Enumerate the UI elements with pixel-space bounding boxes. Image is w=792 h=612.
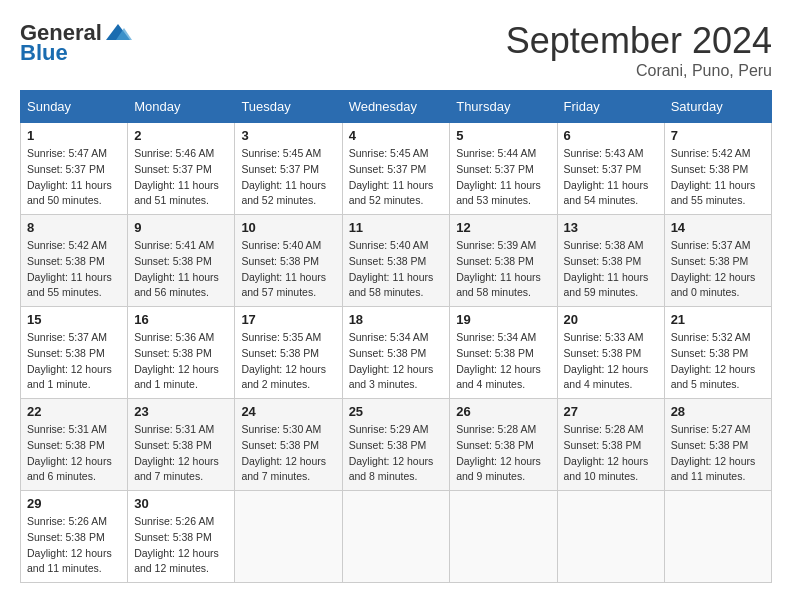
month-title: September 2024 xyxy=(506,20,772,62)
day-info: Sunrise: 5:31 AMSunset: 5:38 PMDaylight:… xyxy=(27,422,121,485)
day-info: Sunrise: 5:39 AMSunset: 5:38 PMDaylight:… xyxy=(456,238,550,301)
calendar-cell xyxy=(557,491,664,583)
calendar-cell: 12Sunrise: 5:39 AMSunset: 5:38 PMDayligh… xyxy=(450,215,557,307)
day-info: Sunrise: 5:45 AMSunset: 5:37 PMDaylight:… xyxy=(349,146,444,209)
day-info: Sunrise: 5:35 AMSunset: 5:38 PMDaylight:… xyxy=(241,330,335,393)
day-number: 23 xyxy=(134,404,228,419)
location-text: Corani, Puno, Peru xyxy=(506,62,772,80)
day-header-saturday: Saturday xyxy=(664,91,771,123)
day-info: Sunrise: 5:27 AMSunset: 5:38 PMDaylight:… xyxy=(671,422,765,485)
day-number: 28 xyxy=(671,404,765,419)
day-number: 29 xyxy=(27,496,121,511)
day-info: Sunrise: 5:37 AMSunset: 5:38 PMDaylight:… xyxy=(27,330,121,393)
day-info: Sunrise: 5:43 AMSunset: 5:37 PMDaylight:… xyxy=(564,146,658,209)
day-number: 13 xyxy=(564,220,658,235)
day-number: 21 xyxy=(671,312,765,327)
day-info: Sunrise: 5:26 AMSunset: 5:38 PMDaylight:… xyxy=(27,514,121,577)
day-number: 27 xyxy=(564,404,658,419)
day-info: Sunrise: 5:29 AMSunset: 5:38 PMDaylight:… xyxy=(349,422,444,485)
calendar-cell: 16Sunrise: 5:36 AMSunset: 5:38 PMDayligh… xyxy=(128,307,235,399)
calendar-cell: 25Sunrise: 5:29 AMSunset: 5:38 PMDayligh… xyxy=(342,399,450,491)
logo-blue-text: Blue xyxy=(20,40,68,66)
day-number: 20 xyxy=(564,312,658,327)
calendar-cell: 4Sunrise: 5:45 AMSunset: 5:37 PMDaylight… xyxy=(342,123,450,215)
calendar-cell: 11Sunrise: 5:40 AMSunset: 5:38 PMDayligh… xyxy=(342,215,450,307)
day-number: 15 xyxy=(27,312,121,327)
day-number: 8 xyxy=(27,220,121,235)
day-info: Sunrise: 5:34 AMSunset: 5:38 PMDaylight:… xyxy=(349,330,444,393)
page-header: General Blue September 2024 Corani, Puno… xyxy=(20,20,772,80)
title-block: September 2024 Corani, Puno, Peru xyxy=(506,20,772,80)
calendar-week-row: 15Sunrise: 5:37 AMSunset: 5:38 PMDayligh… xyxy=(21,307,772,399)
calendar-cell: 21Sunrise: 5:32 AMSunset: 5:38 PMDayligh… xyxy=(664,307,771,399)
day-number: 10 xyxy=(241,220,335,235)
day-header-tuesday: Tuesday xyxy=(235,91,342,123)
day-number: 4 xyxy=(349,128,444,143)
day-header-friday: Friday xyxy=(557,91,664,123)
calendar-cell: 6Sunrise: 5:43 AMSunset: 5:37 PMDaylight… xyxy=(557,123,664,215)
calendar-cell: 8Sunrise: 5:42 AMSunset: 5:38 PMDaylight… xyxy=(21,215,128,307)
calendar-cell: 14Sunrise: 5:37 AMSunset: 5:38 PMDayligh… xyxy=(664,215,771,307)
day-number: 1 xyxy=(27,128,121,143)
logo: General Blue xyxy=(20,20,132,66)
calendar-cell: 5Sunrise: 5:44 AMSunset: 5:37 PMDaylight… xyxy=(450,123,557,215)
day-info: Sunrise: 5:36 AMSunset: 5:38 PMDaylight:… xyxy=(134,330,228,393)
day-header-thursday: Thursday xyxy=(450,91,557,123)
day-number: 25 xyxy=(349,404,444,419)
day-header-sunday: Sunday xyxy=(21,91,128,123)
day-info: Sunrise: 5:46 AMSunset: 5:37 PMDaylight:… xyxy=(134,146,228,209)
calendar-cell: 19Sunrise: 5:34 AMSunset: 5:38 PMDayligh… xyxy=(450,307,557,399)
day-number: 19 xyxy=(456,312,550,327)
calendar-week-row: 1Sunrise: 5:47 AMSunset: 5:37 PMDaylight… xyxy=(21,123,772,215)
day-header-monday: Monday xyxy=(128,91,235,123)
calendar-cell: 18Sunrise: 5:34 AMSunset: 5:38 PMDayligh… xyxy=(342,307,450,399)
day-info: Sunrise: 5:38 AMSunset: 5:38 PMDaylight:… xyxy=(564,238,658,301)
day-number: 30 xyxy=(134,496,228,511)
day-number: 6 xyxy=(564,128,658,143)
day-info: Sunrise: 5:37 AMSunset: 5:38 PMDaylight:… xyxy=(671,238,765,301)
day-number: 11 xyxy=(349,220,444,235)
calendar-cell: 28Sunrise: 5:27 AMSunset: 5:38 PMDayligh… xyxy=(664,399,771,491)
calendar-cell: 20Sunrise: 5:33 AMSunset: 5:38 PMDayligh… xyxy=(557,307,664,399)
day-info: Sunrise: 5:31 AMSunset: 5:38 PMDaylight:… xyxy=(134,422,228,485)
day-info: Sunrise: 5:30 AMSunset: 5:38 PMDaylight:… xyxy=(241,422,335,485)
day-number: 14 xyxy=(671,220,765,235)
day-info: Sunrise: 5:41 AMSunset: 5:38 PMDaylight:… xyxy=(134,238,228,301)
calendar-cell: 23Sunrise: 5:31 AMSunset: 5:38 PMDayligh… xyxy=(128,399,235,491)
calendar-cell: 30Sunrise: 5:26 AMSunset: 5:38 PMDayligh… xyxy=(128,491,235,583)
day-number: 16 xyxy=(134,312,228,327)
day-info: Sunrise: 5:45 AMSunset: 5:37 PMDaylight:… xyxy=(241,146,335,209)
logo-icon xyxy=(104,22,132,44)
day-info: Sunrise: 5:42 AMSunset: 5:38 PMDaylight:… xyxy=(671,146,765,209)
day-info: Sunrise: 5:40 AMSunset: 5:38 PMDaylight:… xyxy=(349,238,444,301)
calendar-cell: 13Sunrise: 5:38 AMSunset: 5:38 PMDayligh… xyxy=(557,215,664,307)
day-number: 12 xyxy=(456,220,550,235)
calendar-cell xyxy=(235,491,342,583)
calendar-cell: 22Sunrise: 5:31 AMSunset: 5:38 PMDayligh… xyxy=(21,399,128,491)
calendar-cell xyxy=(664,491,771,583)
day-number: 5 xyxy=(456,128,550,143)
calendar-cell: 27Sunrise: 5:28 AMSunset: 5:38 PMDayligh… xyxy=(557,399,664,491)
day-info: Sunrise: 5:32 AMSunset: 5:38 PMDaylight:… xyxy=(671,330,765,393)
day-number: 22 xyxy=(27,404,121,419)
calendar-cell: 2Sunrise: 5:46 AMSunset: 5:37 PMDaylight… xyxy=(128,123,235,215)
day-number: 17 xyxy=(241,312,335,327)
calendar-cell: 24Sunrise: 5:30 AMSunset: 5:38 PMDayligh… xyxy=(235,399,342,491)
day-info: Sunrise: 5:28 AMSunset: 5:38 PMDaylight:… xyxy=(564,422,658,485)
calendar-cell: 15Sunrise: 5:37 AMSunset: 5:38 PMDayligh… xyxy=(21,307,128,399)
day-info: Sunrise: 5:26 AMSunset: 5:38 PMDaylight:… xyxy=(134,514,228,577)
calendar-cell: 29Sunrise: 5:26 AMSunset: 5:38 PMDayligh… xyxy=(21,491,128,583)
day-number: 24 xyxy=(241,404,335,419)
calendar-week-row: 29Sunrise: 5:26 AMSunset: 5:38 PMDayligh… xyxy=(21,491,772,583)
day-number: 2 xyxy=(134,128,228,143)
calendar-week-row: 22Sunrise: 5:31 AMSunset: 5:38 PMDayligh… xyxy=(21,399,772,491)
calendar-cell: 1Sunrise: 5:47 AMSunset: 5:37 PMDaylight… xyxy=(21,123,128,215)
calendar-cell: 7Sunrise: 5:42 AMSunset: 5:38 PMDaylight… xyxy=(664,123,771,215)
calendar-header-row: SundayMondayTuesdayWednesdayThursdayFrid… xyxy=(21,91,772,123)
calendar-cell: 3Sunrise: 5:45 AMSunset: 5:37 PMDaylight… xyxy=(235,123,342,215)
calendar-table: SundayMondayTuesdayWednesdayThursdayFrid… xyxy=(20,90,772,583)
calendar-week-row: 8Sunrise: 5:42 AMSunset: 5:38 PMDaylight… xyxy=(21,215,772,307)
calendar-cell: 17Sunrise: 5:35 AMSunset: 5:38 PMDayligh… xyxy=(235,307,342,399)
day-info: Sunrise: 5:33 AMSunset: 5:38 PMDaylight:… xyxy=(564,330,658,393)
day-info: Sunrise: 5:40 AMSunset: 5:38 PMDaylight:… xyxy=(241,238,335,301)
